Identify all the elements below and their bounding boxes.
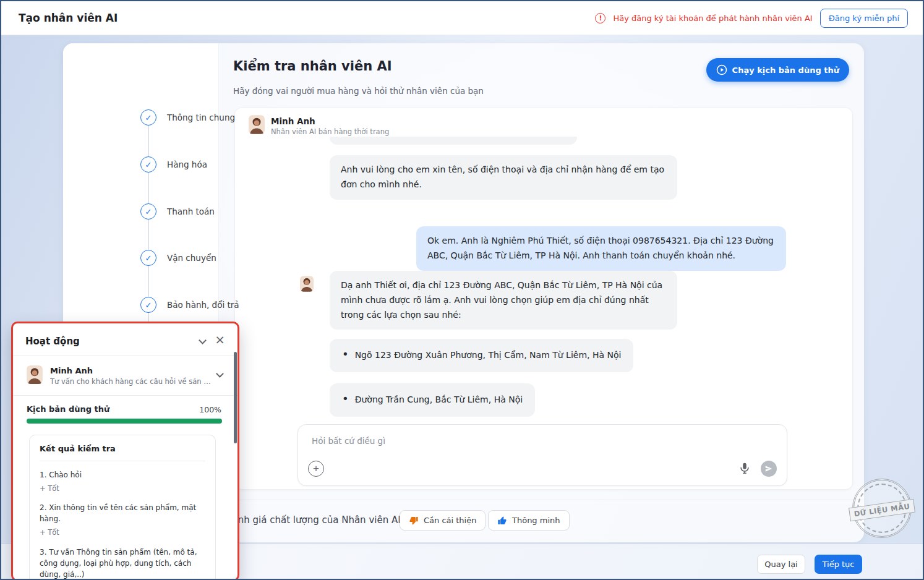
agent-role: Nhân viên AI bán hàng thời trang [271, 127, 389, 136]
step-label: Hàng hóa [167, 160, 207, 169]
chat-panel: Minh Anh Nhân viên AI bán hàng thời tran… [234, 108, 853, 490]
result-item: 3. Tư vấn Thông tin sản phẩm (tên, mô tả… [40, 547, 205, 580]
result-item: 2. Xin thông tin về tên các sản phẩm, mặ… [40, 502, 205, 538]
divider [13, 395, 237, 396]
agent-message-bubble: Dạ anh Thiết ơi, địa chỉ 123 Đường ABC, … [330, 271, 677, 330]
chat-header: Minh Anh Nhân viên AI bán hàng thời tran… [235, 108, 852, 137]
register-button[interactable]: Đăng ký miễn phí [820, 9, 908, 28]
bullet-icon [342, 348, 349, 363]
step-label: Bảo hành, đổi trả [167, 300, 239, 310]
app-title: Tạo nhân viên AI [19, 1, 118, 35]
mic-button[interactable] [737, 461, 752, 476]
topbar: Tạo nhân viên AI Hãy đăng ký tài khoản đ… [1, 1, 923, 35]
play-circle-icon [716, 64, 727, 75]
warning-icon [595, 13, 605, 23]
sidebar-item-thong-tin-chung[interactable]: Thông tin chung [140, 109, 235, 126]
needs-improvement-label: Cần cải thiện [424, 516, 476, 525]
check-icon [140, 203, 156, 220]
thumbs-down-icon [409, 516, 419, 526]
trial-progress-value: 100% [199, 405, 221, 414]
register-warning-text: Hãy đăng ký tài khoản để phát hành nhân … [613, 14, 812, 23]
activity-panel: Hoạt động Minh Anh Tư vấn cho khách hàng… [11, 322, 239, 580]
result-title: 1. Chào hỏi [40, 469, 205, 480]
close-icon[interactable] [215, 332, 225, 347]
check-icon [140, 156, 156, 173]
thumbs-up-icon [497, 516, 507, 526]
results-title: Kết quả kiểm tra [40, 444, 205, 461]
step-label: Thông tin chung [167, 113, 235, 122]
result-title: 2. Xin thông tin về tên các sản phẩm, mặ… [40, 502, 205, 524]
back-button[interactable]: Quay lại [757, 555, 805, 574]
divider [13, 356, 237, 356]
user-message-bubble: Ok em. Anh là Nghiêm Phú Thiết, số điện … [416, 226, 786, 271]
result-item: 1. Chào hỏi + Tốt [40, 469, 205, 494]
result-note: + Tốt [40, 484, 205, 494]
check-icon [140, 297, 156, 313]
sidebar-item-hang-hoa[interactable]: Hàng hóa [140, 156, 207, 173]
address-option-bubble: Ngõ 123 Đường Xuân Phương, Thị Cẩm, Nam … [330, 339, 633, 372]
stepper-connector-line [148, 117, 149, 352]
sidebar-item-van-chuyen[interactable]: Vận chuyển [140, 250, 216, 266]
address-option-text: Đường Trần Cung, Bắc Từ Liêm, Hà Nội [355, 393, 523, 407]
address-option-bubble: Đường Trần Cung, Bắc Từ Liêm, Hà Nội [330, 383, 535, 417]
collapse-chevron-icon[interactable] [200, 338, 205, 343]
smart-label: Thông minh [512, 516, 560, 525]
result-title: 3. Tư vấn Thông tin sản phẩm (tên, mô tả… [40, 547, 205, 580]
step-label: Thanh toán [167, 207, 215, 216]
rating-label: Đánh giá chất lượng của Nhân viên AI [225, 514, 401, 526]
continue-button[interactable]: Tiếp tục [815, 555, 862, 574]
chat-input[interactable] [312, 432, 683, 450]
address-option-text: Ngõ 123 Đường Xuân Phương, Thị Cẩm, Nam … [355, 348, 622, 363]
trial-progress-bar [27, 419, 222, 424]
results-section: Kết quả kiểm tra 1. Chào hỏi + Tốt 2. Xi… [29, 435, 216, 580]
watermark-stamp: DỮ LIỆU MẪU [852, 479, 912, 538]
panel-scrollbar-thumb[interactable] [234, 352, 237, 443]
agent-avatar [300, 276, 314, 292]
step-label: Vận chuyển [167, 253, 216, 263]
result-note: + Tốt [40, 527, 205, 538]
app-window: Tạo nhân viên AI Hãy đăng ký tài khoản đ… [0, 0, 924, 580]
agent-message-bubble: Anh vui lòng cho em xin tên, số điện tho… [330, 155, 677, 200]
trial-progress-fill [27, 419, 222, 424]
agent-avatar [27, 365, 43, 384]
send-button[interactable] [761, 461, 777, 477]
check-icon [140, 250, 156, 266]
sidebar-item-thanh-toan[interactable]: Thanh toán [140, 203, 215, 220]
sidebar-item-bao-hanh[interactable]: Bảo hành, đổi trả [140, 297, 239, 313]
check-icon [140, 109, 156, 126]
panel-agent-desc: Tư vấn cho khách hàng các câu hỏi về sản… [50, 377, 211, 386]
bullet-icon [342, 393, 349, 407]
activity-panel-title: Hoạt động [25, 336, 80, 347]
watermark-text: DỮ LIỆU MẪU [849, 499, 915, 522]
agent-avatar [249, 115, 265, 134]
run-trial-label: Chạy kịch bản dùng thử [732, 66, 839, 75]
truncated-message-bubble [330, 137, 577, 145]
trial-scenario-label: Kịch bản dùng thử [27, 404, 109, 414]
page-subtitle: Hãy đóng vai người mua hàng và hỏi thử n… [233, 86, 484, 96]
page-title: Kiểm tra nhân viên AI [233, 59, 392, 74]
topbar-right: Hãy đăng ký tài khoản để phát hành nhân … [595, 1, 908, 35]
smart-button[interactable]: Thông minh [488, 510, 570, 531]
attach-plus-button[interactable] [308, 461, 324, 477]
panel-agent-name: Minh Anh [50, 366, 93, 375]
agent-chevron-down-icon[interactable] [217, 371, 223, 377]
run-trial-button[interactable]: Chạy kịch bản dùng thử [706, 58, 849, 82]
needs-improvement-button[interactable]: Cần cải thiện [400, 510, 486, 531]
agent-name: Minh Anh [271, 116, 315, 126]
composer [297, 424, 787, 486]
